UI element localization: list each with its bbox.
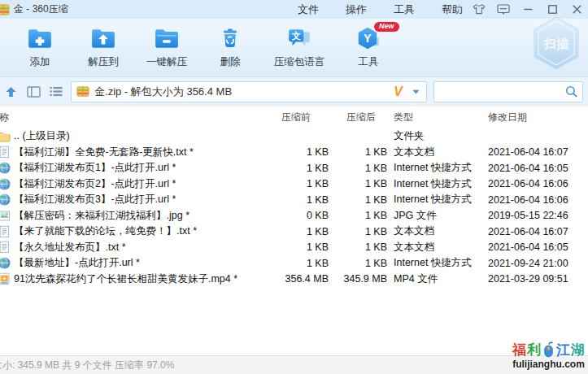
skin-icon[interactable] <box>473 3 486 16</box>
searchbox <box>433 81 583 102</box>
table-row[interactable]: 【永久地址发布页】.txt *1 KB1 KB文本文档2021-06-04 16… <box>0 240 588 256</box>
file-type: 文本文档 <box>387 224 488 238</box>
file-type: Internet 快捷方式 <box>387 193 488 207</box>
table-row[interactable]: 【福利江湖发布页1】-点此打开.url *1 KB1 KBInternet 快捷… <box>0 160 588 176</box>
url-icon <box>0 257 11 270</box>
modified-date: 2021-09-24 21:00 <box>488 258 588 269</box>
vip-v-icon[interactable]: V <box>394 85 403 99</box>
extract-to-button[interactable]: 解压到 <box>72 23 135 73</box>
status-text: 大小: 345.9 MB 共 9 个文件 压缩率 97.0% <box>0 359 174 372</box>
size-after: 1 KB <box>329 210 387 221</box>
mp4-icon <box>0 272 11 285</box>
table-row[interactable]: 【福利江湖发布页2】-点此打开.url *1 KB1 KBInternet 快捷… <box>0 176 588 193</box>
add-button[interactable]: 添加 <box>8 23 72 73</box>
zip-file-icon <box>76 85 89 98</box>
txt-icon <box>0 146 11 159</box>
fulijianghu-watermark: 福 利 江 湖 fulijianghu.com <box>512 341 585 370</box>
size-after: 345.9 MB <box>329 273 387 285</box>
archive-language-button[interactable]: 文 压缩包语言 <box>262 23 337 73</box>
new-badge: New <box>374 22 399 32</box>
table-header: 名称 压缩前 压缩后 类型 修改日期 <box>0 106 588 128</box>
up-level-icon[interactable] <box>3 83 20 101</box>
tools-button[interactable]: New Y 工具 <box>337 23 400 73</box>
table-row[interactable]: 【福利江湖】全免费-无套路-更新快.txt *1 KB1 KB文本文档2021-… <box>0 145 588 161</box>
modified-date: 2021-06-04 16:07 <box>488 146 588 158</box>
modified-date: 2021-06-04 16:05 <box>488 241 588 253</box>
file-name: 【福利江湖发布页1】-点此打开.url * <box>14 161 176 175</box>
file-name: 【解压密码：来福利江湖找福利】.jpg * <box>14 209 189 223</box>
url-icon <box>0 162 11 175</box>
toolbar-button-label: 压缩包语言 <box>274 55 325 69</box>
size-after: 1 KB <box>329 178 387 189</box>
one-click-extract-button[interactable]: 一键解压 <box>135 23 198 73</box>
header-type[interactable]: 类型 <box>387 111 488 124</box>
svg-text:Y: Y <box>364 32 372 45</box>
file-type: Internet 快捷方式 <box>387 256 488 270</box>
txt-icon <box>0 225 11 238</box>
toolbar-button-label: 工具 <box>359 55 379 69</box>
file-list: .. (上级目录)文件夹【福利江湖】全免费-无套路-更新快.txt *1 KB1… <box>0 128 588 355</box>
table-row[interactable]: 【福利江湖发布页3】-点此打开.url *1 KB1 KBInternet 快捷… <box>0 192 588 208</box>
feedback-icon[interactable] <box>497 3 510 16</box>
archive-path-text: 金.zip - 解包大小为 356.4 MB <box>94 85 389 99</box>
size-after: 1 KB <box>329 241 387 253</box>
modified-date: 2021-03-29 09:51 <box>488 273 588 285</box>
table-row[interactable]: 【最新地址】-点此打开.url *1 KB1 KBInternet 快捷方式20… <box>0 255 588 272</box>
file-name: 【福利江湖发布页2】-点此打开.url * <box>14 177 176 191</box>
file-type: Internet 快捷方式 <box>387 177 488 191</box>
menu-file[interactable]: 文件 <box>298 2 325 17</box>
titlebar: 金 - 360压缩 文件 操作 工具 帮助 <box>0 0 588 19</box>
list-view-icon[interactable] <box>48 83 64 101</box>
file-name: .. (上级目录) <box>14 129 70 143</box>
toolbar-button-label: 删除 <box>220 55 241 69</box>
table-row[interactable]: 91沈先森探花约了个长裙长相甜美黄发妹子.mp4 *356.4 MB345.9 … <box>0 272 588 288</box>
toolbar-button-label: 添加 <box>30 55 50 69</box>
header-size-after[interactable]: 压缩后 <box>329 111 387 124</box>
toolbar-button-label: 一键解压 <box>146 55 187 69</box>
table-row[interactable]: .. (上级目录)文件夹 <box>0 128 588 145</box>
watermark-char: 福 <box>512 343 526 359</box>
menu-operation[interactable]: 操作 <box>346 2 373 17</box>
header-date[interactable]: 修改日期 <box>488 111 588 124</box>
add-archive-icon <box>27 26 53 54</box>
url-icon <box>0 177 11 190</box>
file-name: 【永久地址发布页】.txt * <box>14 241 126 254</box>
table-row[interactable]: 【来了就能下载的论坛，纯免费！】.txt *1 KB1 KB文本文档2021-0… <box>0 224 588 240</box>
pane-view-icon[interactable] <box>26 83 42 101</box>
jpg-icon <box>0 209 11 222</box>
delete-trash-icon <box>218 26 242 54</box>
size-before: 1 KB <box>275 194 329 206</box>
toolbar: 添加 解压到 一键解压 <box>0 19 588 77</box>
modified-date: 2021-06-04 16:05 <box>488 163 588 174</box>
watermark-char: 湖 <box>571 343 585 359</box>
modified-date: 2021-06-04 16:07 <box>488 226 588 237</box>
search-icon[interactable] <box>565 85 577 98</box>
header-name[interactable]: 名称 <box>0 111 275 124</box>
search-input[interactable] <box>439 84 565 100</box>
pathbar: 金.zip - 解包大小为 356.4 MB V <box>0 77 588 106</box>
watermark-domain: fulijianghu.com <box>512 359 585 370</box>
scan-button[interactable]: 扫描 <box>531 11 581 76</box>
dropdown-caret-icon[interactable] <box>412 89 420 94</box>
watermark-char: 利 <box>527 343 541 359</box>
header-size-before[interactable]: 压缩前 <box>275 111 329 124</box>
file-name: 91沈先森探花约了个长裙长相甜美黄发妹子.mp4 * <box>14 272 237 286</box>
size-before: 0 KB <box>275 210 329 221</box>
size-after: 1 KB <box>329 258 387 269</box>
file-type: 文件夹 <box>387 129 488 143</box>
delete-button[interactable]: 删除 <box>198 23 262 73</box>
table-row[interactable]: 【解压密码：来福利江湖找福利】.jpg *0 KB1 KBJPG 文件2019-… <box>0 208 588 224</box>
size-before: 1 KB <box>275 146 329 158</box>
file-type: 文本文档 <box>387 241 488 254</box>
svg-text:文: 文 <box>291 31 301 41</box>
archive-path-combobox[interactable]: 金.zip - 解包大小为 356.4 MB V <box>71 81 427 102</box>
menu-tools[interactable]: 工具 <box>394 2 421 17</box>
size-before: 1 KB <box>275 226 329 237</box>
url-icon <box>0 194 11 207</box>
archive-language-icon: 文 <box>286 26 312 54</box>
watermark-char: 江 <box>556 343 570 359</box>
size-after: 1 KB <box>329 146 387 158</box>
size-after: 1 KB <box>329 163 387 174</box>
file-type: 文本文档 <box>387 146 488 159</box>
archive-app-icon <box>0 3 10 16</box>
